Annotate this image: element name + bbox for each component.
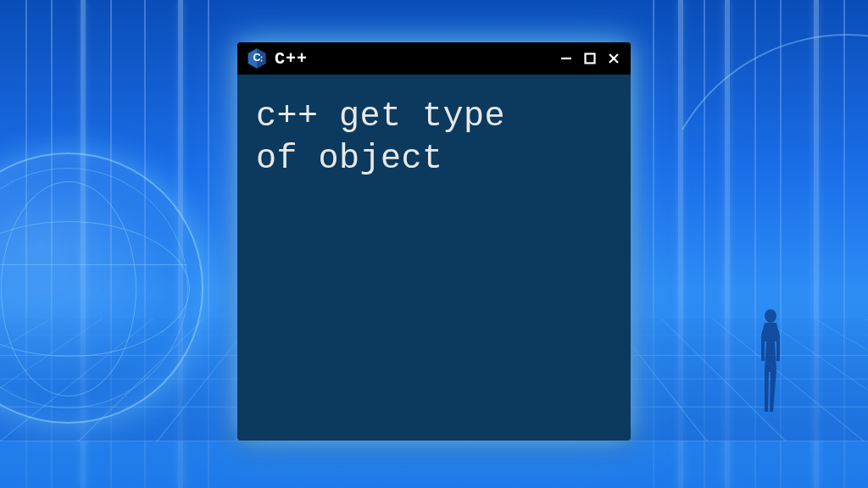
window-title: C++ (275, 49, 558, 69)
body-text: c++ get type of object (256, 96, 612, 180)
terminal-window: C + + C++ c++ get type of object (237, 42, 631, 441)
window-controls (558, 50, 622, 67)
cpp-logo-icon: C + + (246, 47, 268, 69)
minimize-button[interactable] (558, 50, 575, 67)
businessman-silhouette (754, 306, 787, 416)
svg-text:+: + (260, 58, 263, 63)
window-body: c++ get type of object (237, 75, 631, 202)
titlebar[interactable]: C + + C++ (237, 42, 631, 75)
svg-point-0 (765, 309, 776, 323)
svg-text:C: C (253, 52, 260, 64)
close-button[interactable] (605, 50, 622, 67)
svg-rect-7 (586, 54, 595, 64)
maximize-button[interactable] (581, 50, 598, 67)
